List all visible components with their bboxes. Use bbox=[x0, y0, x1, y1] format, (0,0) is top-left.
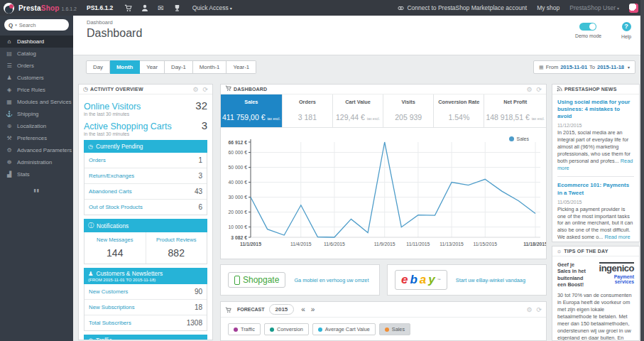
marketplace-link[interactable]: Connect to PrestaShop Marketplace accoun… bbox=[398, 4, 527, 11]
previous-year-button[interactable]: « bbox=[298, 305, 308, 313]
filter-year-button[interactable]: Year bbox=[140, 60, 165, 74]
svg-text:10 000 €: 10 000 € bbox=[229, 224, 248, 229]
filter-month-1-button[interactable]: Month-1 bbox=[193, 60, 227, 74]
sidebar-item-catalog[interactable]: ▤Catalog bbox=[0, 48, 73, 60]
svg-text:11/15/2015: 11/15/2015 bbox=[473, 242, 497, 247]
sidebar-item-stats[interactable]: ▟Stats bbox=[0, 168, 73, 180]
news-article-title[interactable]: Using social media for your business: 4 … bbox=[557, 99, 634, 120]
dashboard-icon: ⌂ bbox=[6, 38, 13, 45]
forecast-toggle-traffic[interactable]: Traffic bbox=[228, 323, 261, 335]
traffic-dot-icon bbox=[234, 328, 238, 332]
svg-text:11/9/2015: 11/9/2015 bbox=[374, 242, 395, 247]
kpi-tab-visits[interactable]: Visits205 939 bbox=[383, 94, 434, 127]
product-reviews-cell[interactable]: Product Reviews882 bbox=[146, 232, 207, 264]
kpi-tab-conversion-rate[interactable]: Conversion Rate1.54% bbox=[434, 94, 484, 127]
cart-icon[interactable] bbox=[124, 4, 132, 12]
bar-chart-icon: ▟ bbox=[6, 171, 13, 178]
news-article-date: 11/05/2015 bbox=[557, 200, 634, 205]
new-subscriptions-link[interactable]: New Subscriptions bbox=[89, 304, 135, 310]
clock-icon: ◷ bbox=[88, 144, 93, 150]
total-subscribers-link[interactable]: Total Subscribers bbox=[89, 320, 131, 326]
forecast-toggle-conversion[interactable]: Conversion bbox=[264, 323, 309, 335]
person-icon: ♟ bbox=[88, 270, 93, 277]
sidebar-search[interactable]: Q ▾ bbox=[4, 19, 69, 31]
avatar[interactable] bbox=[629, 4, 638, 13]
table-row: Abandoned Carts43 bbox=[84, 184, 207, 200]
help-button[interactable]: ? Help bbox=[621, 22, 631, 39]
demo-mode-toggle[interactable] bbox=[579, 23, 596, 31]
refresh-icon[interactable]: ⟳ bbox=[536, 306, 542, 313]
svg-text:11/13/2015: 11/13/2015 bbox=[440, 242, 464, 247]
search-icon: Q bbox=[9, 22, 13, 28]
search-input[interactable] bbox=[19, 22, 60, 28]
online-visitors-link[interactable]: Online Visitors bbox=[84, 102, 141, 112]
forecast-toggle-average-cart-value[interactable]: Average Cart Value bbox=[312, 323, 376, 335]
news-article-title[interactable]: Ecommerce 101: Payments in a Tweet bbox=[557, 182, 634, 196]
active-carts-link[interactable]: Active Shopping Carts bbox=[84, 121, 172, 131]
kpi-tab-net-profit[interactable]: Net Profit148 918,51 € tax excl. bbox=[484, 94, 546, 127]
returns-link[interactable]: Return/Exchanges bbox=[89, 173, 134, 179]
ebay-link[interactable]: Start uw eBay-winkel vandaag bbox=[456, 277, 525, 283]
refresh-icon[interactable]: ⟳ bbox=[202, 86, 208, 93]
kpi-tab-cart-value[interactable]: Cart Value129,44 € tax excl. bbox=[333, 94, 383, 127]
abandoned-carts-link[interactable]: Abandoned Carts bbox=[89, 188, 132, 195]
orders-link[interactable]: Orders bbox=[89, 157, 106, 163]
forecast-panel: FORECAST 2015 «» ⚙⟳ Traffic Conversion A… bbox=[220, 301, 547, 341]
new-customers-link[interactable]: New Customers bbox=[89, 288, 128, 295]
kpi-tab-sales[interactable]: Sales411 759,00 € tax excl. bbox=[221, 94, 283, 127]
sidebar-collapse-button[interactable]: ▮▮ bbox=[0, 188, 73, 193]
sidebar-item-preferences[interactable]: ⚒Preferences bbox=[0, 132, 73, 144]
panel-title: TIPS OF THE DAY bbox=[564, 249, 608, 254]
user-menu[interactable]: PrestaShop User▾ bbox=[569, 4, 619, 11]
filter-year-1-button[interactable]: Year-1 bbox=[227, 60, 256, 74]
sales-chart: 66 912 €60 000 €50 000 €40 000 €30 000 €… bbox=[221, 128, 546, 262]
svg-text:30 000 €: 30 000 € bbox=[229, 195, 248, 200]
sidebar-item-dashboard[interactable]: ⌂Dashboard bbox=[0, 36, 73, 48]
messages-icon[interactable]: ✉ bbox=[158, 4, 163, 12]
my-shop-link[interactable]: My shop bbox=[537, 4, 560, 11]
wrench-icon: ⚒ bbox=[6, 135, 13, 141]
shopgate-link[interactable]: Ga mobiel en verhoog uw omzet bbox=[294, 277, 369, 283]
gear-icon[interactable]: ⚙ bbox=[526, 306, 532, 313]
new-messages-cell[interactable]: New Messages144 bbox=[84, 232, 146, 264]
ebay-banner: ebay™ Start uw eBay-winkel vandaag bbox=[387, 264, 547, 296]
forecast-toggle-sales[interactable]: Sales bbox=[379, 323, 410, 335]
chevron-down-icon: ▾ bbox=[617, 6, 619, 11]
sidebar-item-price-rules[interactable]: ◈Price Rules bbox=[0, 84, 73, 96]
forecast-year: 2015 bbox=[269, 304, 295, 315]
page-scrollbar[interactable] bbox=[640, 0, 644, 341]
filter-month-button[interactable]: Month bbox=[110, 60, 140, 74]
sidebar-item-modules[interactable]: ▦Modules and Services bbox=[0, 96, 73, 108]
table-row: New Subscriptions18 bbox=[84, 300, 207, 315]
read-more-link[interactable]: Read more bbox=[604, 234, 630, 240]
svg-text:11/6/2015: 11/6/2015 bbox=[324, 242, 345, 247]
sidebar-item-shipping[interactable]: ⚓Shipping bbox=[0, 108, 73, 120]
sidebar-item-advanced-parameters[interactable]: ⚙Advanced Parameters bbox=[0, 144, 73, 156]
gear-icon[interactable]: ⚙ bbox=[526, 86, 532, 93]
prestashop-news-panel: PRESTASHOP NEWS Using social media for y… bbox=[552, 84, 640, 242]
out-of-stock-link[interactable]: Out of Stock Products bbox=[89, 204, 143, 210]
svg-text:11/1/2015: 11/1/2015 bbox=[240, 242, 261, 247]
refresh-icon[interactable]: ⟳ bbox=[536, 86, 542, 93]
link-icon bbox=[398, 5, 404, 11]
sidebar-item-orders[interactable]: ☰Orders bbox=[0, 60, 73, 72]
date-from: 2015-11-01 bbox=[560, 64, 587, 70]
chart-legend: Sales bbox=[509, 136, 529, 141]
chevron-down-icon: ▾ bbox=[230, 6, 232, 11]
sidebar-item-customers[interactable]: ♟Customers bbox=[0, 72, 73, 84]
cart-icon bbox=[225, 303, 231, 316]
quick-access-menu[interactable]: Quick Access▾ bbox=[192, 4, 232, 11]
sidebar-item-localization[interactable]: ⊕Localization bbox=[0, 120, 73, 132]
customers-icon[interactable] bbox=[141, 4, 148, 12]
average-cart-value-dot-icon bbox=[318, 328, 322, 332]
filter-day-button[interactable]: Day bbox=[86, 60, 110, 74]
filter-day-1-button[interactable]: Day-1 bbox=[165, 60, 193, 74]
next-year-button[interactable]: » bbox=[308, 305, 318, 313]
trophy-icon[interactable] bbox=[173, 4, 181, 12]
gear-icon[interactable]: ⚙ bbox=[192, 86, 198, 93]
sidebar-item-administration[interactable]: ☸Administration bbox=[0, 156, 73, 168]
lightbulb-icon: ☼ bbox=[557, 248, 562, 254]
kpi-tab-orders[interactable]: Orders3 181 bbox=[283, 94, 333, 127]
svg-text:20 000 €: 20 000 € bbox=[229, 210, 248, 215]
date-range-picker[interactable]: ▦ From2015-11-01 To2015-11-18 ▾ bbox=[533, 60, 635, 74]
